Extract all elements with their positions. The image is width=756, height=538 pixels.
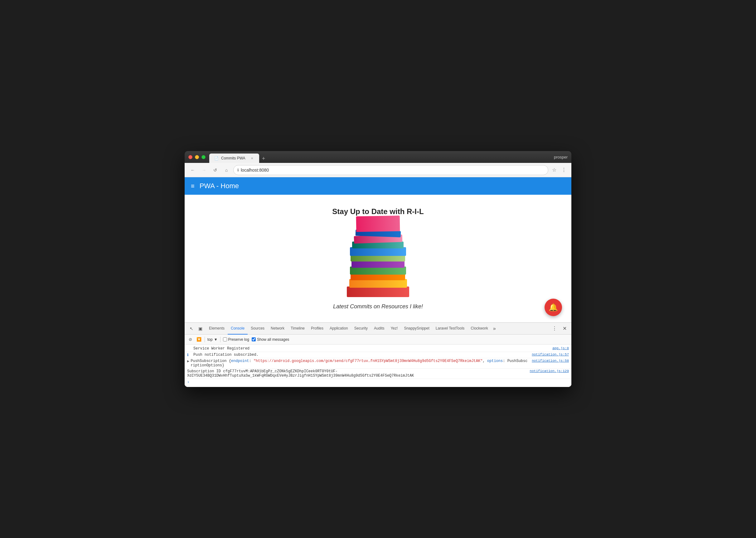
console-line-3: ▶ PushSubscription {endpoint: "https://a… <box>185 358 571 368</box>
reload-button[interactable]: ↺ <box>211 166 219 175</box>
tab-title: Commits PWA <box>221 156 246 160</box>
traffic-lights <box>188 155 206 159</box>
tab-laravel-test-tools[interactable]: Laravel TestTools <box>433 323 468 335</box>
devtools-settings-icon[interactable]: ⋮ <box>550 324 559 333</box>
tab-close-button[interactable]: ✕ <box>250 156 254 160</box>
console-line-2-text: Push notification subscribed. <box>193 352 528 357</box>
console-prompt[interactable]: › <box>185 379 571 386</box>
show-all-label: Show all messages <box>252 337 289 342</box>
console-info-icon: ℹ <box>187 352 192 357</box>
book-yellow <box>349 279 407 288</box>
dropdown-arrow-icon: ▼ <box>214 337 218 342</box>
console-line-3-source[interactable]: notification.js:58 <box>532 359 569 363</box>
console-divider-2 <box>220 337 220 342</box>
address-bar: ← → ↺ ⌂ ℹ localhost:8080 ☆ ⋮ <box>185 163 571 177</box>
console-toolbar: ⊘ 🔽 top ▼ Preserve log Show all messages <box>185 335 571 345</box>
book-cover-top <box>356 216 400 232</box>
console-key-endpoint: endpoint <box>231 359 249 363</box>
tab-timeline[interactable]: Timeline <box>288 323 308 335</box>
more-tabs-icon[interactable]: » <box>491 326 498 331</box>
devtools-close-icon[interactable]: ✕ <box>560 324 569 333</box>
console-line-4-source[interactable]: notification.js:129 <box>530 369 569 373</box>
console-line-2-source[interactable]: notification.js:57 <box>532 352 569 356</box>
tab-area: 📄 Commits PWA ✕ + <box>209 151 268 163</box>
tab-profiles[interactable]: Profiles <box>308 323 327 335</box>
minimize-button[interactable] <box>195 155 199 159</box>
console-expand-icon[interactable]: ▶ <box>187 359 189 363</box>
page-heading: Stay Up to Date with R-I-L <box>332 207 424 216</box>
back-button[interactable]: ← <box>188 166 197 175</box>
tab-console[interactable]: Console <box>228 323 248 335</box>
page-content: Stay Up to Date with R-I-L Latest Commit… <box>185 195 571 322</box>
console-key-options: options <box>487 359 503 363</box>
console-line-1-text: Service Worker Registered <box>193 347 548 351</box>
tab-yez[interactable]: Yez! <box>387 323 401 335</box>
tab-favicon-icon: 📄 <box>214 156 219 160</box>
book-red <box>347 287 409 297</box>
preserve-log-label: Preserve log <box>223 337 249 342</box>
close-button[interactable] <box>188 155 192 159</box>
console-line-2: ℹ Push notification subscribed. notifica… <box>185 352 571 358</box>
url-bar[interactable]: ℹ localhost:8080 <box>233 165 548 175</box>
console-filter-icon[interactable]: 🔽 <box>196 336 202 343</box>
url-text: localhost:8080 <box>241 168 269 173</box>
app-toolbar: ≡ PWA - Home <box>185 177 571 195</box>
hamburger-menu-icon[interactable]: ≡ <box>191 183 195 190</box>
book-stack-illustration <box>344 222 412 297</box>
tab-snappy-snippet[interactable]: SnappySnippet <box>401 323 432 335</box>
app-title: PWA - Home <box>200 182 239 190</box>
preserve-log-text: Preserve log <box>228 337 249 342</box>
console-output: Service Worker Registered app.js:8 ℹ Pus… <box>185 345 571 387</box>
tab-elements[interactable]: Elements <box>206 323 228 335</box>
console-line-1: Service Worker Registered app.js:8 <box>185 346 571 352</box>
browser-content: ≡ PWA - Home Stay Up to Date with R-I-L … <box>185 177 571 387</box>
browser-menu-icon[interactable]: ⋮ <box>560 166 568 174</box>
console-filter-text: top <box>208 337 213 342</box>
devtools-panel: ↖ ▣ Elements Console Sources Network Tim… <box>185 322 571 387</box>
user-name: prosper <box>554 155 568 159</box>
tab-security[interactable]: Security <box>351 323 371 335</box>
home-button[interactable]: ⌂ <box>222 166 231 175</box>
device-mode-icon[interactable]: ▣ <box>196 324 205 333</box>
notification-fab[interactable]: 🔔 <box>544 298 562 316</box>
mac-window: 📄 Commits PWA ✕ + prosper ← → ↺ ⌂ ℹ loca… <box>185 151 571 387</box>
tab-clockwork[interactable]: Clockwork <box>467 323 491 335</box>
console-context-dropdown[interactable]: ▼ <box>214 337 218 342</box>
maximize-button[interactable] <box>202 155 206 159</box>
bell-icon: 🔔 <box>548 303 558 312</box>
show-all-checkbox[interactable] <box>252 337 256 342</box>
secure-icon: ℹ <box>237 168 239 172</box>
page-subtext: Latest Commits on Resources I like! <box>333 303 423 310</box>
tab-network[interactable]: Network <box>267 323 288 335</box>
book-blue <box>350 247 406 256</box>
preserve-log-checkbox[interactable] <box>223 337 227 342</box>
forward-button[interactable]: → <box>200 166 208 175</box>
tab-audits[interactable]: Audits <box>371 323 387 335</box>
console-prompt-icon: › <box>187 380 189 385</box>
console-line-4: Subscription ID cfgF77rtuvM:APA91bEgPz_c… <box>185 368 571 379</box>
console-line-3-text: PushSubscription {endpoint: "https://and… <box>191 359 528 368</box>
inspect-element-icon[interactable]: ↖ <box>187 324 196 333</box>
show-all-text: Show all messages <box>257 337 289 342</box>
devtools-actions: ⋮ ✕ <box>550 324 569 333</box>
console-filter-area: top ▼ <box>208 337 218 342</box>
console-string-endpoint: "https://android.googleapis.com/gcm/send… <box>254 359 483 363</box>
title-bar: 📄 Commits PWA ✕ + prosper <box>185 151 571 163</box>
console-ban-icon[interactable]: ⊘ <box>187 336 193 343</box>
console-line-4-text: Subscription ID cfgF77rtuvM:APA91bEgPz_c… <box>187 369 526 378</box>
devtools-tab-bar: ↖ ▣ Elements Console Sources Network Tim… <box>185 323 571 335</box>
console-line-1-source[interactable]: app.js:8 <box>552 347 569 350</box>
tab-sources[interactable]: Sources <box>248 323 267 335</box>
bookmark-icon[interactable]: ☆ <box>551 166 558 174</box>
new-tab-button[interactable]: + <box>259 154 268 163</box>
browser-tab[interactable]: 📄 Commits PWA ✕ <box>209 153 259 163</box>
tab-application[interactable]: Application <box>327 323 351 335</box>
console-divider <box>205 337 205 342</box>
